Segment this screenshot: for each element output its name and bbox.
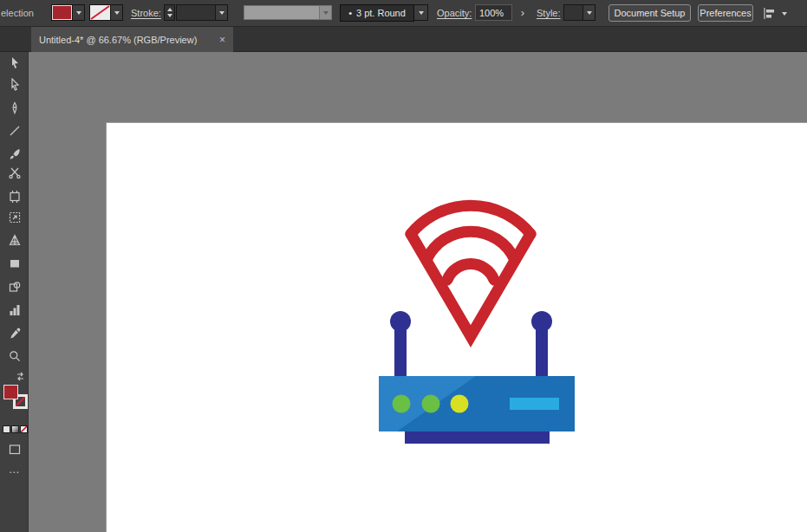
shape-builder-tool[interactable] xyxy=(0,280,29,294)
fill-indicator-swatch[interactable] xyxy=(3,385,18,399)
brush-dropdown-button[interactable] xyxy=(414,4,428,21)
swap-fill-stroke[interactable] xyxy=(0,371,29,382)
none-slash-icon xyxy=(90,5,110,20)
edit-toolbar-button[interactable]: ⋯ xyxy=(0,466,29,478)
paintbrush-tool[interactable] xyxy=(0,147,29,161)
fill-color-swatch[interactable] xyxy=(51,4,73,21)
router-antenna-left-tip[interactable] xyxy=(390,311,411,332)
width-profile-select[interactable] xyxy=(244,5,320,20)
chevron-down-icon xyxy=(76,11,81,15)
brush-dot-icon: • xyxy=(348,8,352,18)
chevron-down-icon xyxy=(587,11,592,15)
bar-chart-icon xyxy=(8,303,22,317)
router-led-2[interactable] xyxy=(422,395,440,413)
canvas-area xyxy=(29,52,807,532)
stroke-weight-stepper[interactable] xyxy=(164,4,175,21)
wifi-middle-arc[interactable] xyxy=(426,231,515,260)
router-led-3[interactable] xyxy=(451,395,469,413)
stroke-color-dropdown-button[interactable] xyxy=(111,4,123,21)
chevron-down-icon xyxy=(419,11,424,15)
document-tab[interactable]: Untitled-4* @ 66.67% (RGB/Preview) × xyxy=(31,27,233,52)
eyedropper-tool[interactable] xyxy=(0,327,29,341)
align-options-control[interactable] xyxy=(762,6,787,21)
document-setup-button[interactable]: Document Setup xyxy=(609,4,691,22)
style-select[interactable] xyxy=(563,4,583,21)
width-profile-dropdown-button[interactable] xyxy=(320,5,332,20)
line-icon xyxy=(8,124,22,138)
router-antenna-right-tip[interactable] xyxy=(531,311,552,332)
artboard-tool[interactable] xyxy=(0,190,29,204)
line-segment-tool[interactable] xyxy=(0,124,29,138)
stroke-weight-field[interactable] xyxy=(176,4,216,21)
perspective-grid-tool[interactable] xyxy=(0,233,29,247)
curvature-tool[interactable] xyxy=(0,101,29,115)
transform-box-icon xyxy=(8,211,22,224)
fill-color-control xyxy=(51,4,85,21)
eyedropper-icon xyxy=(8,327,22,341)
style-panel-link[interactable]: Style: xyxy=(537,8,561,18)
stroke-panel-link[interactable]: Stroke: xyxy=(131,8,161,18)
tools-panel: ⋯ xyxy=(0,52,29,532)
pen-nib-icon xyxy=(8,101,22,115)
selection-arrow-icon xyxy=(8,56,22,70)
draw-normal-icon xyxy=(8,444,22,456)
preferences-button[interactable]: Preferences xyxy=(698,4,753,22)
none-slash-icon xyxy=(21,426,27,432)
router-led-1[interactable] xyxy=(393,395,411,413)
none-mode-icon[interactable] xyxy=(20,425,28,433)
chevron-down-icon xyxy=(219,11,225,15)
stroke-weight-dropdown-button[interactable] xyxy=(216,4,228,21)
draw-mode-button[interactable] xyxy=(0,444,29,456)
paintbrush-icon xyxy=(8,147,22,161)
zoom-tool[interactable] xyxy=(0,349,29,363)
artboard[interactable] xyxy=(107,123,807,532)
router-port-slot[interactable] xyxy=(510,398,559,410)
opacity-options-button[interactable]: › xyxy=(517,4,529,21)
free-transform-tool[interactable] xyxy=(0,211,29,224)
gradient-mode-icon[interactable] xyxy=(11,425,19,433)
direct-selection-arrow-icon xyxy=(8,78,22,92)
shape-builder-icon xyxy=(8,280,22,294)
control-bar: election Stroke: • 3 pt. Round xyxy=(0,0,807,27)
variable-width-profile-control xyxy=(244,5,332,20)
stepper-up-icon xyxy=(167,8,172,11)
scissors-icon xyxy=(8,165,22,179)
tab-close-icon[interactable]: × xyxy=(219,34,225,46)
rectangle-tool[interactable] xyxy=(0,256,29,270)
wifi-pin-graphic[interactable] xyxy=(411,205,530,336)
rectangle-icon xyxy=(8,256,22,270)
document-tab-title: Untitled-4* @ 66.67% (RGB/Preview) xyxy=(39,35,197,45)
scissors-tool[interactable] xyxy=(0,165,29,179)
selection-tool-hint-label: election xyxy=(1,8,34,18)
wifi-inner-arc[interactable] xyxy=(447,264,494,280)
router-base[interactable] xyxy=(405,431,550,444)
stroke-color-control xyxy=(89,4,123,21)
swap-arrows-icon xyxy=(15,371,26,382)
stepper-down-icon xyxy=(167,14,172,17)
brush-definition-value: 3 pt. Round xyxy=(356,8,406,18)
chevron-down-icon xyxy=(323,11,329,15)
direct-selection-tool[interactable] xyxy=(0,78,29,92)
column-graph-tool[interactable] xyxy=(0,303,29,317)
stroke-color-swatch[interactable] xyxy=(89,4,111,21)
artboard-icon xyxy=(8,190,22,204)
artwork-layer xyxy=(107,123,807,532)
color-mode-icon[interactable] xyxy=(3,425,10,433)
fill-stroke-indicator xyxy=(3,385,29,412)
align-icon xyxy=(762,6,778,21)
brush-definition-select[interactable]: • 3 pt. Round xyxy=(340,4,414,22)
chevron-down-icon xyxy=(114,11,120,15)
style-dropdown-button[interactable] xyxy=(583,4,595,21)
chevron-down-icon xyxy=(782,12,787,16)
opacity-input[interactable] xyxy=(475,4,512,21)
fill-color-dropdown-button[interactable] xyxy=(73,4,85,21)
magnifier-icon xyxy=(8,349,22,363)
perspective-grid-icon xyxy=(8,233,22,247)
opacity-panel-link[interactable]: Opacity: xyxy=(437,8,472,18)
document-tab-bar: Untitled-4* @ 66.67% (RGB/Preview) × xyxy=(0,27,807,52)
selection-tool[interactable] xyxy=(0,56,29,70)
